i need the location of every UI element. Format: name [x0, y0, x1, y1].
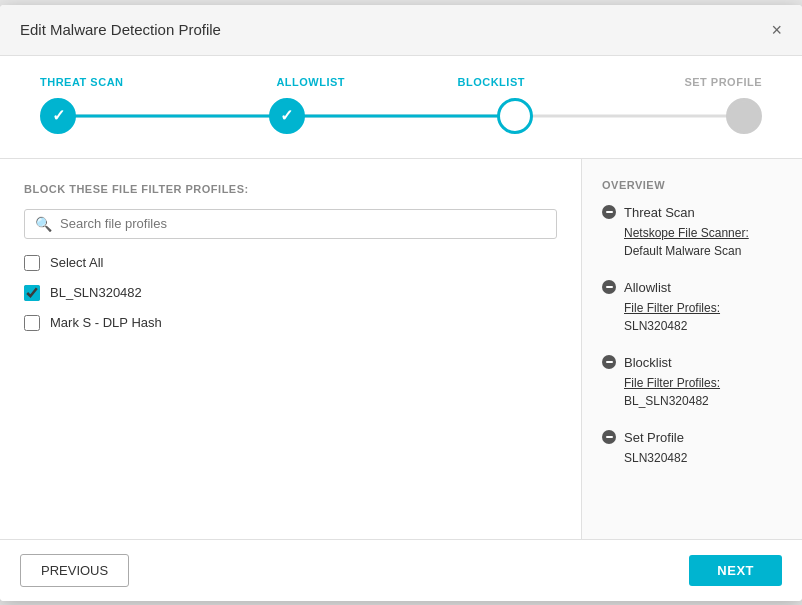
previous-button[interactable]: PREVIOUS	[20, 554, 129, 587]
overview-section-threat-scan: Threat Scan	[602, 205, 782, 220]
dialog-header: Edit Malware Detection Profile ×	[0, 5, 802, 56]
step-node-set-profile	[726, 98, 762, 134]
step-node-threat-scan: ✓	[40, 98, 76, 134]
overview-blocklist-name: Blocklist	[624, 355, 672, 370]
overview-section-set-profile: Set Profile	[602, 430, 782, 445]
search-box: 🔍	[24, 209, 557, 239]
overview-blocklist-value: BL_SLN320482	[624, 394, 709, 408]
stepper-nodes: ✓ ✓	[40, 98, 762, 134]
blocklist-filter-link[interactable]: File Filter Profiles:	[624, 376, 720, 390]
overview-set-profile-name: Set Profile	[624, 430, 684, 445]
overview-title: OVERVIEW	[602, 179, 782, 191]
dialog-body: BLOCK THESE FILE FILTER PROFILES: 🔍 Sele…	[0, 159, 802, 539]
list-item-select-all: Select All	[24, 255, 557, 271]
list-item-bl-sln: BL_SLN320482	[24, 285, 557, 301]
mark-s-checkbox[interactable]	[24, 315, 40, 331]
dialog-footer: PREVIOUS NEXT	[0, 539, 802, 601]
edit-malware-dialog: Edit Malware Detection Profile × THREAT …	[0, 5, 802, 601]
left-panel: BLOCK THESE FILE FILTER PROFILES: 🔍 Sele…	[0, 159, 582, 539]
overview-threat-scan-value: Default Malware Scan	[624, 244, 741, 258]
overview-allowlist-detail: File Filter Profiles: SLN320482	[624, 299, 782, 335]
overview-threat-scan-name: Threat Scan	[624, 205, 695, 220]
next-button[interactable]: NEXT	[689, 555, 782, 586]
overview-set-profile-detail: SLN320482	[624, 449, 782, 467]
overview-allowlist: Allowlist File Filter Profiles: SLN32048…	[602, 280, 782, 335]
left-panel-title: BLOCK THESE FILE FILTER PROFILES:	[24, 183, 557, 195]
stepper-track: ✓ ✓	[40, 98, 762, 134]
search-input[interactable]	[60, 216, 546, 231]
close-button[interactable]: ×	[771, 21, 782, 39]
overview-blocklist-detail: File Filter Profiles: BL_SLN320482	[624, 374, 782, 410]
overview-set-profile: Set Profile SLN320482	[602, 430, 782, 467]
stepper-labels: THREAT SCAN ALLOWLIST BLOCKLIST SET PROF…	[40, 76, 762, 88]
minus-icon-blocklist	[602, 355, 616, 369]
overview-threat-scan: Threat Scan Netskope File Scanner: Defau…	[602, 205, 782, 260]
stepper: THREAT SCAN ALLOWLIST BLOCKLIST SET PROF…	[0, 56, 802, 159]
overview-section-allowlist: Allowlist	[602, 280, 782, 295]
step-node-blocklist	[497, 98, 533, 134]
overview-allowlist-name: Allowlist	[624, 280, 671, 295]
netskope-link[interactable]: Netskope File Scanner:	[624, 226, 749, 240]
list-item-mark-s: Mark S - DLP Hash	[24, 315, 557, 331]
minus-icon-set-profile	[602, 430, 616, 444]
allowlist-filter-link[interactable]: File Filter Profiles:	[624, 301, 720, 315]
check-icon-threat-scan: ✓	[52, 106, 65, 125]
bl-sln-label: BL_SLN320482	[50, 285, 142, 300]
minus-icon-threat-scan	[602, 205, 616, 219]
mark-s-label: Mark S - DLP Hash	[50, 315, 162, 330]
minus-icon-allowlist	[602, 280, 616, 294]
step-label-threat-scan: THREAT SCAN	[40, 76, 221, 88]
overview-threat-scan-detail: Netskope File Scanner: Default Malware S…	[624, 224, 782, 260]
bl-sln-checkbox[interactable]	[24, 285, 40, 301]
check-icon-allowlist: ✓	[280, 106, 293, 125]
select-all-checkbox[interactable]	[24, 255, 40, 271]
step-label-set-profile: SET PROFILE	[582, 76, 763, 88]
dialog-title: Edit Malware Detection Profile	[20, 21, 221, 38]
overview-blocklist: Blocklist File Filter Profiles: BL_SLN32…	[602, 355, 782, 410]
right-panel: OVERVIEW Threat Scan Netskope File Scann…	[582, 159, 802, 539]
overview-section-blocklist: Blocklist	[602, 355, 782, 370]
search-icon: 🔍	[35, 216, 52, 232]
step-label-allowlist: ALLOWLIST	[221, 76, 402, 88]
select-all-label: Select All	[50, 255, 103, 270]
overview-set-profile-value: SLN320482	[624, 451, 687, 465]
overview-allowlist-value: SLN320482	[624, 319, 687, 333]
step-label-blocklist: BLOCKLIST	[401, 76, 582, 88]
step-node-allowlist: ✓	[269, 98, 305, 134]
